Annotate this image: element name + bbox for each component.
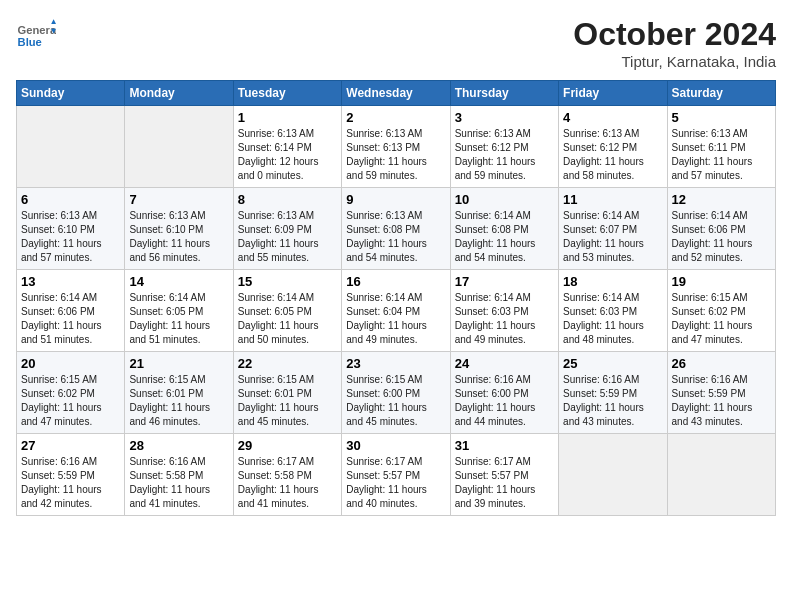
day-cell: 10Sunrise: 6:14 AM Sunset: 6:08 PM Dayli… bbox=[450, 188, 558, 270]
day-cell bbox=[17, 106, 125, 188]
day-cell: 18Sunrise: 6:14 AM Sunset: 6:03 PM Dayli… bbox=[559, 270, 667, 352]
day-info: Sunrise: 6:14 AM Sunset: 6:04 PM Dayligh… bbox=[346, 291, 445, 347]
day-info: Sunrise: 6:14 AM Sunset: 6:05 PM Dayligh… bbox=[238, 291, 337, 347]
day-info: Sunrise: 6:14 AM Sunset: 6:03 PM Dayligh… bbox=[455, 291, 554, 347]
day-info: Sunrise: 6:15 AM Sunset: 6:00 PM Dayligh… bbox=[346, 373, 445, 429]
day-number: 11 bbox=[563, 192, 662, 207]
day-number: 31 bbox=[455, 438, 554, 453]
svg-text:Blue: Blue bbox=[18, 36, 42, 48]
day-number: 1 bbox=[238, 110, 337, 125]
day-number: 25 bbox=[563, 356, 662, 371]
day-cell: 13Sunrise: 6:14 AM Sunset: 6:06 PM Dayli… bbox=[17, 270, 125, 352]
day-cell: 4Sunrise: 6:13 AM Sunset: 6:12 PM Daylig… bbox=[559, 106, 667, 188]
calendar-table: SundayMondayTuesdayWednesdayThursdayFrid… bbox=[16, 80, 776, 516]
day-number: 3 bbox=[455, 110, 554, 125]
day-info: Sunrise: 6:15 AM Sunset: 6:01 PM Dayligh… bbox=[129, 373, 228, 429]
day-header-tuesday: Tuesday bbox=[233, 81, 341, 106]
day-info: Sunrise: 6:14 AM Sunset: 6:08 PM Dayligh… bbox=[455, 209, 554, 265]
day-number: 7 bbox=[129, 192, 228, 207]
day-cell: 24Sunrise: 6:16 AM Sunset: 6:00 PM Dayli… bbox=[450, 352, 558, 434]
day-number: 18 bbox=[563, 274, 662, 289]
day-number: 12 bbox=[672, 192, 771, 207]
logo: General Blue bbox=[16, 16, 56, 56]
day-cell bbox=[667, 434, 775, 516]
day-cell: 26Sunrise: 6:16 AM Sunset: 5:59 PM Dayli… bbox=[667, 352, 775, 434]
day-info: Sunrise: 6:13 AM Sunset: 6:09 PM Dayligh… bbox=[238, 209, 337, 265]
day-cell: 20Sunrise: 6:15 AM Sunset: 6:02 PM Dayli… bbox=[17, 352, 125, 434]
day-number: 23 bbox=[346, 356, 445, 371]
week-row-4: 20Sunrise: 6:15 AM Sunset: 6:02 PM Dayli… bbox=[17, 352, 776, 434]
day-number: 29 bbox=[238, 438, 337, 453]
day-header-saturday: Saturday bbox=[667, 81, 775, 106]
day-cell: 11Sunrise: 6:14 AM Sunset: 6:07 PM Dayli… bbox=[559, 188, 667, 270]
day-number: 30 bbox=[346, 438, 445, 453]
day-info: Sunrise: 6:16 AM Sunset: 6:00 PM Dayligh… bbox=[455, 373, 554, 429]
day-number: 9 bbox=[346, 192, 445, 207]
day-info: Sunrise: 6:16 AM Sunset: 5:59 PM Dayligh… bbox=[672, 373, 771, 429]
day-number: 17 bbox=[455, 274, 554, 289]
day-number: 27 bbox=[21, 438, 120, 453]
header-row: SundayMondayTuesdayWednesdayThursdayFrid… bbox=[17, 81, 776, 106]
page-header: General Blue October 2024 Tiptur, Karnat… bbox=[16, 16, 776, 70]
day-info: Sunrise: 6:15 AM Sunset: 6:02 PM Dayligh… bbox=[21, 373, 120, 429]
day-cell: 25Sunrise: 6:16 AM Sunset: 5:59 PM Dayli… bbox=[559, 352, 667, 434]
day-info: Sunrise: 6:13 AM Sunset: 6:10 PM Dayligh… bbox=[21, 209, 120, 265]
day-cell: 7Sunrise: 6:13 AM Sunset: 6:10 PM Daylig… bbox=[125, 188, 233, 270]
day-cell bbox=[125, 106, 233, 188]
day-info: Sunrise: 6:13 AM Sunset: 6:08 PM Dayligh… bbox=[346, 209, 445, 265]
day-info: Sunrise: 6:16 AM Sunset: 5:58 PM Dayligh… bbox=[129, 455, 228, 511]
day-cell: 5Sunrise: 6:13 AM Sunset: 6:11 PM Daylig… bbox=[667, 106, 775, 188]
day-header-monday: Monday bbox=[125, 81, 233, 106]
svg-text:General: General bbox=[18, 24, 56, 36]
title-area: October 2024 Tiptur, Karnataka, India bbox=[573, 16, 776, 70]
day-number: 2 bbox=[346, 110, 445, 125]
day-info: Sunrise: 6:15 AM Sunset: 6:01 PM Dayligh… bbox=[238, 373, 337, 429]
week-row-2: 6Sunrise: 6:13 AM Sunset: 6:10 PM Daylig… bbox=[17, 188, 776, 270]
day-number: 8 bbox=[238, 192, 337, 207]
day-cell: 29Sunrise: 6:17 AM Sunset: 5:58 PM Dayli… bbox=[233, 434, 341, 516]
day-number: 6 bbox=[21, 192, 120, 207]
day-number: 19 bbox=[672, 274, 771, 289]
day-number: 21 bbox=[129, 356, 228, 371]
day-cell: 27Sunrise: 6:16 AM Sunset: 5:59 PM Dayli… bbox=[17, 434, 125, 516]
day-info: Sunrise: 6:13 AM Sunset: 6:12 PM Dayligh… bbox=[455, 127, 554, 183]
day-number: 22 bbox=[238, 356, 337, 371]
day-cell: 6Sunrise: 6:13 AM Sunset: 6:10 PM Daylig… bbox=[17, 188, 125, 270]
day-info: Sunrise: 6:13 AM Sunset: 6:10 PM Dayligh… bbox=[129, 209, 228, 265]
day-cell: 22Sunrise: 6:15 AM Sunset: 6:01 PM Dayli… bbox=[233, 352, 341, 434]
day-info: Sunrise: 6:14 AM Sunset: 6:06 PM Dayligh… bbox=[21, 291, 120, 347]
day-info: Sunrise: 6:13 AM Sunset: 6:11 PM Dayligh… bbox=[672, 127, 771, 183]
day-cell: 2Sunrise: 6:13 AM Sunset: 6:13 PM Daylig… bbox=[342, 106, 450, 188]
week-row-5: 27Sunrise: 6:16 AM Sunset: 5:59 PM Dayli… bbox=[17, 434, 776, 516]
day-cell: 15Sunrise: 6:14 AM Sunset: 6:05 PM Dayli… bbox=[233, 270, 341, 352]
day-cell: 8Sunrise: 6:13 AM Sunset: 6:09 PM Daylig… bbox=[233, 188, 341, 270]
day-info: Sunrise: 6:14 AM Sunset: 6:07 PM Dayligh… bbox=[563, 209, 662, 265]
day-info: Sunrise: 6:15 AM Sunset: 6:02 PM Dayligh… bbox=[672, 291, 771, 347]
day-info: Sunrise: 6:13 AM Sunset: 6:13 PM Dayligh… bbox=[346, 127, 445, 183]
day-header-thursday: Thursday bbox=[450, 81, 558, 106]
day-number: 15 bbox=[238, 274, 337, 289]
day-cell: 1Sunrise: 6:13 AM Sunset: 6:14 PM Daylig… bbox=[233, 106, 341, 188]
day-number: 13 bbox=[21, 274, 120, 289]
svg-marker-2 bbox=[51, 19, 56, 24]
day-cell bbox=[559, 434, 667, 516]
day-cell: 3Sunrise: 6:13 AM Sunset: 6:12 PM Daylig… bbox=[450, 106, 558, 188]
day-number: 5 bbox=[672, 110, 771, 125]
day-cell: 21Sunrise: 6:15 AM Sunset: 6:01 PM Dayli… bbox=[125, 352, 233, 434]
day-cell: 30Sunrise: 6:17 AM Sunset: 5:57 PM Dayli… bbox=[342, 434, 450, 516]
day-info: Sunrise: 6:17 AM Sunset: 5:57 PM Dayligh… bbox=[346, 455, 445, 511]
day-header-friday: Friday bbox=[559, 81, 667, 106]
day-cell: 17Sunrise: 6:14 AM Sunset: 6:03 PM Dayli… bbox=[450, 270, 558, 352]
day-cell: 28Sunrise: 6:16 AM Sunset: 5:58 PM Dayli… bbox=[125, 434, 233, 516]
day-info: Sunrise: 6:13 AM Sunset: 6:14 PM Dayligh… bbox=[238, 127, 337, 183]
day-number: 16 bbox=[346, 274, 445, 289]
day-info: Sunrise: 6:17 AM Sunset: 5:58 PM Dayligh… bbox=[238, 455, 337, 511]
day-info: Sunrise: 6:16 AM Sunset: 5:59 PM Dayligh… bbox=[21, 455, 120, 511]
day-cell: 23Sunrise: 6:15 AM Sunset: 6:00 PM Dayli… bbox=[342, 352, 450, 434]
day-info: Sunrise: 6:13 AM Sunset: 6:12 PM Dayligh… bbox=[563, 127, 662, 183]
day-number: 26 bbox=[672, 356, 771, 371]
day-number: 14 bbox=[129, 274, 228, 289]
day-cell: 31Sunrise: 6:17 AM Sunset: 5:57 PM Dayli… bbox=[450, 434, 558, 516]
day-number: 4 bbox=[563, 110, 662, 125]
logo-icon: General Blue bbox=[16, 16, 56, 56]
